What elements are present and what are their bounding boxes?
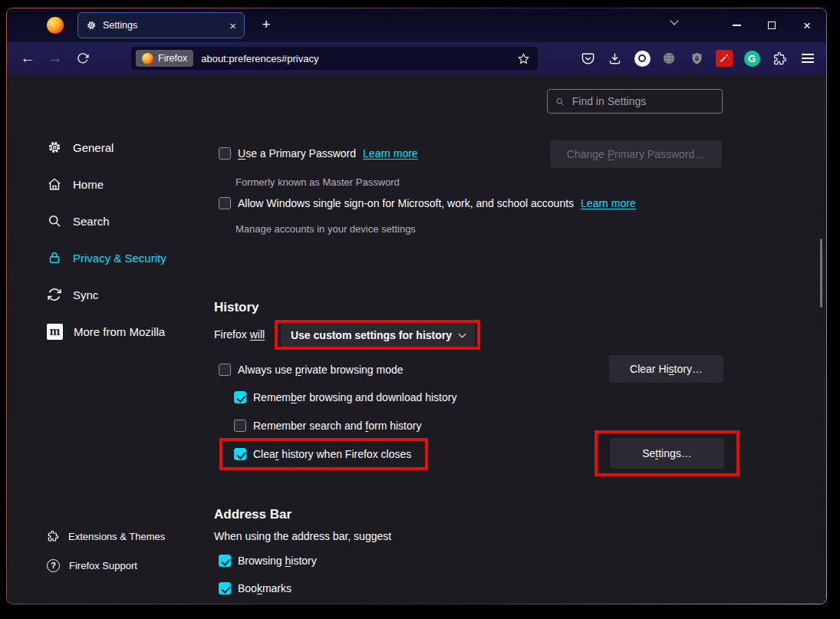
grammarly-extension-icon[interactable]: G — [743, 50, 760, 67]
tab-close-icon[interactable]: × — [229, 20, 236, 31]
search-icon — [47, 213, 62, 229]
remember-browsing-row: Remember browsing and download history — [234, 391, 456, 403]
reload-icon — [77, 52, 89, 64]
tab-title: Settings — [103, 20, 223, 31]
suggest-browsing-history-label: Browsing history — [238, 555, 317, 567]
firefox-logo-icon — [47, 17, 64, 34]
sidebar-label: Search — [73, 215, 110, 228]
sidebar-label: More from Mozilla — [74, 325, 165, 338]
tab-settings[interactable]: Settings × — [77, 12, 245, 38]
history-mode-value: Use custom settings for history — [291, 329, 452, 341]
remember-search-label: Remember search and form history — [253, 420, 421, 432]
find-in-settings[interactable] — [547, 89, 723, 114]
primary-password-row: Use a Primary Password Learn more — [219, 147, 418, 160]
sidebar-item-search[interactable]: Search — [47, 210, 110, 232]
use-primary-password-label: Use a Primary Password — [238, 147, 356, 160]
mozilla-icon: m — [47, 324, 63, 340]
sidebar-label: Home — [73, 178, 104, 191]
clear-history-button[interactable]: Clear History… — [609, 355, 723, 383]
puzzle-icon — [47, 530, 59, 542]
change-primary-password-button[interactable]: Change Primary Password… — [550, 140, 722, 168]
extensions-puzzle-icon[interactable] — [771, 50, 788, 67]
address-bar-description: When using the address bar, suggest — [214, 530, 391, 542]
browser-window: Settings × + × ← → Firefox about:prefere… — [6, 8, 827, 604]
remember-browsing-label: Remember browsing and download history — [253, 391, 456, 403]
minimize-button[interactable] — [719, 8, 754, 42]
sidebar-item-privacy-security[interactable]: Privacy & Security — [47, 247, 166, 268]
window-controls: × — [719, 8, 825, 42]
question-icon: ? — [47, 559, 60, 572]
url-bar[interactable]: Firefox about:preferences#privacy — [131, 47, 538, 70]
history-mode-dropdown[interactable]: Use custom settings for history — [281, 324, 475, 347]
always-private-browsing-checkbox[interactable] — [219, 364, 231, 376]
menu-icon[interactable] — [799, 50, 816, 67]
sidebar-label: General — [73, 141, 114, 154]
remember-search-row: Remember search and form history — [234, 420, 421, 432]
windows-sso-note: Manage accounts in your device settings — [236, 223, 416, 235]
history-heading: History — [214, 300, 259, 315]
pocket-icon[interactable] — [579, 50, 596, 67]
sidebar-item-general[interactable]: General — [47, 137, 114, 158]
sidebar-label: Privacy & Security — [73, 252, 166, 265]
primary-password-note: Formerly known as Master Password — [236, 176, 400, 188]
address-bar-heading: Address Bar — [214, 507, 292, 522]
maximize-button[interactable] — [754, 8, 789, 42]
tab-overflow-chevron-icon[interactable] — [665, 18, 684, 31]
use-primary-password-checkbox[interactable] — [219, 147, 231, 160]
scrollbar-thumb[interactable] — [820, 239, 822, 308]
gear-icon — [47, 140, 62, 155]
download-icon[interactable] — [606, 50, 623, 67]
tab-bar: Settings × + × — [7, 8, 826, 42]
sidebar-item-firefox-support[interactable]: ? Firefox Support — [47, 555, 137, 576]
private-browsing-row: Always use private browsing mode — [219, 364, 404, 376]
settings-page: General Home Search Privacy & Security — [7, 74, 826, 604]
bookmark-star-icon[interactable] — [517, 52, 530, 65]
windows-sso-checkbox[interactable] — [219, 197, 231, 209]
windows-sso-row: Allow Windows single sign-on for Microso… — [219, 197, 636, 209]
record-extension-icon[interactable] — [634, 50, 651, 67]
minimize-icon — [733, 25, 741, 26]
site-identity-chip[interactable]: Firefox — [136, 50, 193, 67]
bookmarks-row: Bookmarks — [219, 582, 292, 594]
forward-button[interactable]: → — [45, 48, 65, 68]
url-text: about:preferences#privacy — [201, 53, 318, 64]
sidebar-item-more-from-mozilla[interactable]: m More from Mozilla — [47, 321, 165, 342]
clear-history-on-close-checkbox[interactable] — [234, 448, 246, 460]
windows-sso-label: Allow Windows single sign-on for Microso… — [238, 197, 574, 209]
sidebar-label: Firefox Support — [69, 560, 137, 571]
home-icon — [47, 176, 62, 192]
sync-icon — [47, 287, 62, 302]
suggest-bookmarks-label: Bookmarks — [238, 582, 292, 594]
magic-wand-extension-icon[interactable] — [716, 50, 733, 67]
firefox-will-label: Firefox will — [214, 328, 265, 341]
find-in-settings-input[interactable] — [571, 94, 714, 108]
new-tab-button[interactable]: + — [255, 14, 277, 35]
globe-extension-icon[interactable] — [660, 50, 677, 67]
close-button[interactable]: × — [789, 8, 825, 42]
sidebar-item-home[interactable]: Home — [47, 173, 104, 195]
sidebar-label: Sync — [73, 288, 98, 301]
history-settings-button[interactable]: Settings… — [610, 438, 724, 469]
clear-history-on-close-label: Clear history when Firefox closes — [253, 448, 411, 460]
sidebar-item-extensions-themes[interactable]: Extensions & Themes — [47, 525, 165, 547]
back-button[interactable]: ← — [18, 48, 38, 68]
lock-icon — [47, 250, 62, 265]
shield-lock-extension-icon[interactable] — [688, 50, 705, 67]
maximize-icon — [768, 21, 776, 29]
desktop: { "chrome": { "tab_title": "Settings", "… — [0, 0, 840, 619]
remember-browsing-checkbox[interactable] — [234, 391, 246, 403]
navigation-toolbar: ← → Firefox about:preferences#privacy — [7, 42, 826, 74]
sidebar-item-sync[interactable]: Sync — [47, 284, 98, 305]
remember-search-checkbox[interactable] — [234, 420, 246, 432]
clear-on-close-row: Clear history when Firefox closes — [234, 448, 411, 460]
always-private-browsing-label: Always use private browsing mode — [238, 364, 404, 376]
windows-sso-learn-more-link[interactable]: Learn more — [581, 197, 636, 209]
reload-button[interactable] — [73, 48, 93, 68]
close-icon: × — [803, 19, 811, 32]
search-icon — [555, 97, 565, 107]
chevron-down-icon — [459, 330, 466, 337]
suggest-bookmarks-checkbox[interactable] — [219, 582, 231, 594]
suggest-browsing-history-checkbox[interactable] — [219, 555, 231, 567]
browsing-history-row: Browsing history — [219, 555, 317, 567]
primary-password-learn-more-link[interactable]: Learn more — [363, 147, 418, 160]
